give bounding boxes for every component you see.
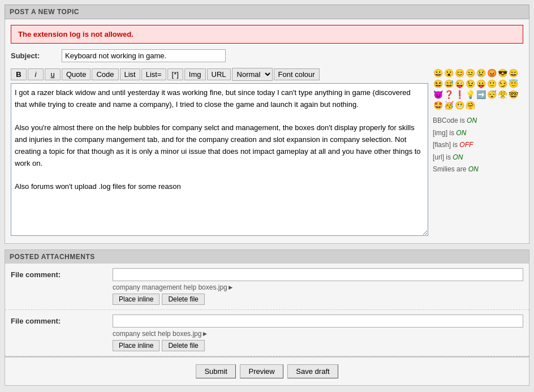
place-inline-button-2[interactable]: Place inline: [113, 340, 160, 351]
subject-label: Subject:: [11, 51, 62, 60]
smiley-23[interactable]: 😤: [497, 89, 507, 100]
attach-filename-1: company management help boxes.jpg►: [113, 283, 523, 291]
submit-button[interactable]: Submit: [196, 364, 235, 378]
delete-file-button-2[interactable]: Delete file: [162, 340, 204, 351]
smiley-14[interactable]: 🙂: [486, 79, 497, 89]
preview-button[interactable]: Preview: [240, 364, 283, 378]
attach-label-1: File comment:: [11, 268, 113, 279]
smiley-3[interactable]: 😊: [454, 68, 464, 78]
list-ordered-button[interactable]: List=: [141, 68, 166, 80]
bbcode-status: ON: [467, 117, 477, 124]
smilies-status: ON: [468, 165, 479, 173]
subject-input[interactable]: [62, 49, 226, 62]
smiley-28[interactable]: 🤗: [465, 100, 475, 110]
smiley-12[interactable]: 😉: [465, 79, 475, 89]
smiley-20[interactable]: 💡: [465, 89, 475, 100]
attach-comment-input-1[interactable]: [113, 268, 523, 281]
footer-buttons: Submit Preview Save draft: [5, 357, 529, 386]
smiley-25[interactable]: 🤩: [433, 100, 443, 110]
url-label: [url] is: [433, 153, 451, 161]
smiley-19[interactable]: ❗: [454, 89, 464, 100]
smiley-15[interactable]: 😏: [497, 79, 507, 89]
img-status: ON: [456, 129, 466, 137]
delete-file-button-1[interactable]: Delete file: [162, 294, 204, 305]
smiley-24[interactable]: 🤓: [508, 89, 518, 100]
smilies-label: Smilies are: [433, 165, 466, 173]
img-button[interactable]: Img: [184, 68, 206, 80]
font-colour-button[interactable]: Font colour: [274, 68, 320, 80]
smiley-18[interactable]: ❓: [443, 89, 454, 100]
smiley-9[interactable]: 😆: [433, 79, 443, 89]
smiley-27[interactable]: 😬: [454, 100, 464, 110]
smiley-5[interactable]: 😢: [476, 68, 486, 78]
smiley-17[interactable]: 😈: [433, 89, 443, 100]
smiley-26[interactable]: 🥳: [443, 100, 454, 110]
attachment-row-1: File comment: company management help bo…: [5, 264, 529, 310]
underline-button[interactable]: u: [45, 68, 61, 80]
list-item-button[interactable]: [*]: [167, 68, 183, 80]
bbcode-info: BBCode is ON [img] is ON [flash] is OFF …: [433, 115, 523, 176]
bold-button[interactable]: B: [11, 68, 27, 80]
smilies-panel: 😀 😮 😊 😐 😢 😡 😎 😄 😆 😅 😜 😉 😛 🙂: [433, 68, 523, 110]
smiley-16[interactable]: 😇: [508, 79, 518, 89]
attachments-title: POSTED ATTACHMENTS: [5, 249, 529, 264]
url-status: ON: [453, 153, 463, 161]
smiley-10[interactable]: 😅: [443, 79, 454, 89]
smiley-22[interactable]: 😴: [486, 89, 497, 100]
url-button[interactable]: URL: [207, 68, 231, 80]
post-editor[interactable]: I got a razer black widow and until yest…: [11, 83, 428, 236]
smiley-1[interactable]: 😀: [433, 68, 443, 78]
list-button[interactable]: List: [120, 68, 140, 80]
quote-button[interactable]: Quote: [62, 68, 91, 80]
attach-comment-input-2[interactable]: [113, 315, 523, 328]
attachment-row-2: File comment: company selct help boxes.j…: [5, 310, 529, 356]
bbcode-label: BBCode is: [433, 117, 465, 124]
font-size-select[interactable]: Normal Tiny Small Large Huge: [232, 68, 273, 81]
flash-label: [flash] is: [433, 141, 458, 149]
attach-label-2: File comment:: [11, 315, 113, 325]
smiley-4[interactable]: 😐: [465, 68, 475, 78]
smiley-2[interactable]: 😮: [443, 68, 454, 78]
smiley-8[interactable]: 😄: [508, 68, 518, 78]
smiley-11[interactable]: 😜: [454, 79, 464, 89]
italic-button[interactable]: i: [28, 68, 44, 80]
error-message: The extension log is not allowed.: [11, 25, 523, 44]
code-button[interactable]: Code: [92, 68, 118, 80]
img-label: [img] is: [433, 129, 454, 137]
smiley-21[interactable]: ➡️: [476, 89, 486, 100]
smiley-13[interactable]: 😛: [476, 79, 486, 89]
post-section-title: POST A NEW TOPIC: [5, 5, 529, 19]
place-inline-button-1[interactable]: Place inline: [113, 294, 160, 305]
flash-status: OFF: [459, 141, 473, 149]
smiley-6[interactable]: 😡: [486, 68, 497, 78]
save-draft-button[interactable]: Save draft: [287, 364, 338, 378]
attach-filename-2: company selct help boxes.jpg►: [113, 330, 523, 338]
smiley-7[interactable]: 😎: [497, 68, 507, 78]
